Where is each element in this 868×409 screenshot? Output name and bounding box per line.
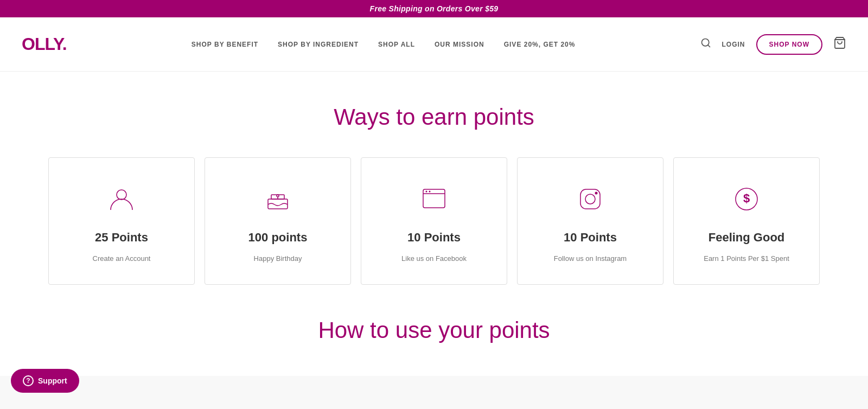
- header-right: LOGIN SHOP NOW: [700, 34, 846, 55]
- main-content: Ways to earn points 25 Points Create an …: [0, 72, 868, 376]
- card-points-5: Feeling Good: [709, 231, 785, 245]
- banner-text: Free Shipping on Orders Over $59: [370, 4, 499, 13]
- card-points-4: 10 Points: [564, 231, 617, 245]
- card-birthday: 100 points Happy Birthday: [205, 157, 351, 285]
- svg-line-1: [707, 45, 710, 47]
- svg-point-13: [585, 194, 595, 204]
- top-banner: Free Shipping on Orders Over $59: [0, 0, 868, 17]
- user-icon: [107, 185, 136, 215]
- search-icon[interactable]: [700, 37, 711, 51]
- card-desc-3: Like us on Facebook: [401, 254, 467, 263]
- card-desc-2: Happy Birthday: [254, 254, 302, 263]
- logo[interactable]: OLLY.: [22, 34, 67, 54]
- svg-point-11: [429, 191, 431, 193]
- nav-shop-by-benefit[interactable]: SHOP BY BENEFIT: [192, 41, 258, 48]
- card-facebook: 10 Points Like us on Facebook: [361, 157, 507, 285]
- nav-shop-all[interactable]: SHOP ALL: [378, 41, 415, 48]
- cart-icon[interactable]: [833, 36, 846, 52]
- card-points-3: 10 Points: [407, 231, 461, 245]
- facebook-icon: [420, 185, 448, 215]
- card-feeling-good: $ Feeling Good Earn 1 Points Per $1 Spen…: [673, 157, 820, 285]
- svg-rect-4: [268, 199, 288, 209]
- earn-points-cards: 25 Points Create an Account 10: [22, 157, 846, 285]
- support-icon: ?: [23, 375, 34, 376]
- earn-points-title: Ways to earn points: [22, 104, 846, 130]
- card-points-2: 100 points: [248, 231, 308, 245]
- svg-point-10: [426, 191, 427, 193]
- main-nav: SHOP BY BENEFIT SHOP BY INGREDIENT SHOP …: [192, 41, 576, 48]
- header: OLLY. SHOP BY BENEFIT SHOP BY INGREDIENT…: [0, 17, 868, 72]
- card-instagram: 10 Points Follow us on Instagram: [517, 157, 663, 285]
- nav-shop-by-ingredient[interactable]: SHOP BY INGREDIENT: [278, 41, 359, 48]
- use-points-title: How to use your points: [22, 317, 846, 343]
- card-desc-4: Follow us on Instagram: [554, 254, 627, 263]
- card-points-1: 25 Points: [95, 231, 148, 245]
- svg-point-14: [595, 192, 598, 195]
- support-button[interactable]: ? Support: [11, 369, 79, 376]
- svg-text:$: $: [743, 191, 750, 205]
- shop-now-button[interactable]: SHOP NOW: [756, 34, 822, 55]
- instagram-icon: [576, 185, 604, 215]
- card-desc-5: Earn 1 Points Per $1 Spent: [704, 254, 789, 263]
- svg-point-3: [117, 190, 126, 200]
- cake-icon: [264, 185, 292, 215]
- card-create-account: 25 Points Create an Account: [48, 157, 195, 285]
- dollar-icon: $: [732, 185, 761, 215]
- nav-give-20-get-20[interactable]: GIVE 20%, GET 20%: [504, 41, 576, 48]
- login-button[interactable]: LOGIN: [722, 41, 745, 48]
- card-desc-1: Create an Account: [93, 254, 151, 263]
- nav-our-mission[interactable]: OUR MISSION: [435, 41, 484, 48]
